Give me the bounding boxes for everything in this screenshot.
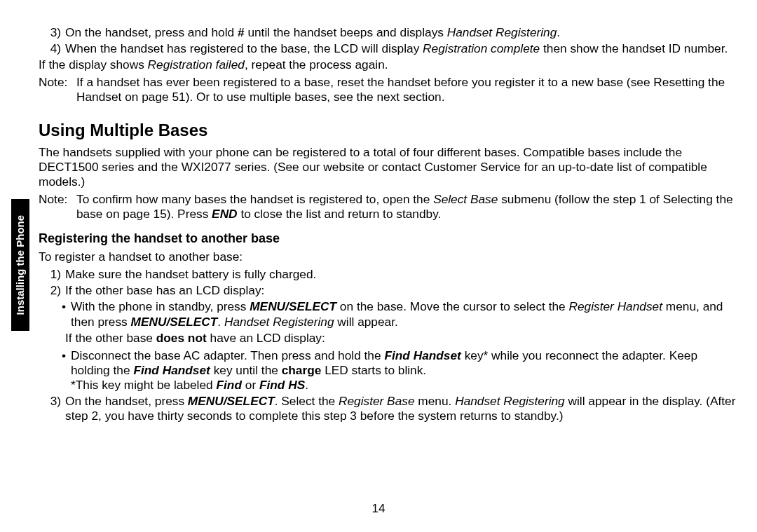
step-2-bullet-lcd: • With the phone in standby, press MENU/…: [39, 299, 736, 329]
list-marker: 3): [39, 394, 65, 423]
step-2-bullet-no-lcd: • Disconnect the base AC adapter. Then p…: [39, 348, 736, 393]
list-text: On the handset, press MENU/SELECT. Selec…: [65, 394, 736, 423]
text-fragment: or: [242, 378, 259, 392]
list-marker: 1): [39, 267, 65, 282]
page-number: 14: [0, 502, 757, 517]
step-1: 1) Make sure the handset battery is full…: [39, 267, 736, 282]
note-text: To confirm how many bases the handset is…: [76, 192, 736, 221]
handset-registering-label: Handset Registering: [455, 394, 565, 408]
manual-page: Installing the Phone 3) On the handset, …: [0, 0, 757, 532]
text-fragment: On the handset, press: [65, 394, 188, 408]
list-item-3: 3) On the handset, press and hold # unti…: [39, 25, 736, 40]
text-fragment: menu.: [415, 394, 456, 408]
register-handset-menu: Register Handset: [568, 299, 662, 313]
text-fragment: With the phone in standby, press: [71, 299, 250, 313]
list-text: On the handset, press and hold # until t…: [65, 25, 736, 40]
text-fragment: then show the handset ID number.: [540, 41, 728, 55]
register-base-menu: Register Base: [339, 394, 415, 408]
registration-failed-line: If the display shows Registration failed…: [39, 57, 736, 72]
bullet-text: With the phone in standby, press MENU/SE…: [71, 299, 736, 329]
subsection-title-register-another-base: Registering the handset to another base: [39, 231, 736, 247]
text-fragment: have an LCD display:: [207, 331, 325, 345]
list-marker: 2): [39, 283, 65, 298]
list-text: If the other base has an LCD display:: [65, 283, 736, 298]
side-tab-label: Installing the Phone: [14, 215, 27, 315]
text-fragment: On the handset, press and hold: [65, 25, 238, 39]
note-label: Note:: [39, 192, 76, 221]
select-base-label: Select Base: [433, 192, 498, 206]
menu-select-key: MENU/SELECT: [131, 315, 218, 329]
register-steps-list: 1) Make sure the handset battery is full…: [39, 267, 736, 423]
text-fragment: , repeat the process again.: [245, 57, 388, 71]
text-fragment: Disconnect the base AC adapter. Then pre…: [71, 348, 384, 362]
note-label: Note:: [39, 75, 76, 104]
step-2: 2) If the other base has an LCD display:: [39, 283, 736, 298]
text-fragment: key until the: [210, 363, 282, 377]
registration-complete-label: Registration complete: [423, 41, 540, 55]
text-fragment: .: [217, 315, 224, 329]
section-title-multiple-bases: Using Multiple Bases: [39, 120, 736, 140]
text-fragment: .: [557, 25, 560, 39]
handset-registering-label: Handset Registering: [224, 315, 334, 329]
step-3: 3) On the handset, press MENU/SELECT. Se…: [39, 394, 736, 423]
list-text: Make sure the handset battery is fully c…: [65, 267, 736, 282]
registration-failed-label: Registration failed: [148, 57, 245, 71]
no-lcd-line: If the other base does not have an LCD d…: [65, 331, 736, 346]
bullet-marker: •: [39, 299, 71, 329]
side-tab: Installing the Phone: [11, 199, 29, 331]
note-confirm-bases: Note: To confirm how many bases the hand…: [39, 192, 736, 221]
note-reset-handset: Note: If a handset has ever been registe…: [39, 75, 736, 104]
intro-register-another: To register a handset to another base:: [39, 250, 736, 264]
text-fragment: will appear.: [334, 315, 398, 329]
text-fragment: LED starts to blink.: [321, 363, 426, 377]
does-not-emphasis: does not: [156, 331, 207, 345]
find-hs-key-alt: Find HS: [259, 378, 305, 392]
note-text: If a handset has ever been registered to…: [76, 75, 736, 104]
end-key: END: [212, 207, 238, 221]
section-body: The handsets supplied with your phone ca…: [39, 145, 736, 189]
find-handset-key: Find Handset: [133, 363, 210, 377]
text-fragment: If the other base: [65, 331, 156, 345]
charge-led: charge: [282, 363, 322, 377]
text-fragment: When the handset has registered to the b…: [65, 41, 423, 55]
bullet-text: Disconnect the base AC adapter. Then pre…: [71, 348, 736, 393]
find-key-alt: Find: [217, 378, 242, 392]
text-fragment: . Select the: [275, 394, 339, 408]
list-text: When the handset has registered to the b…: [65, 41, 736, 56]
text-fragment: If the display shows: [39, 57, 148, 71]
top-ordered-list: 3) On the handset, press and hold # unti…: [39, 25, 736, 56]
text-fragment: to close the list and return to standby.: [238, 207, 442, 221]
text-fragment: *This key might be labeled: [71, 378, 217, 392]
menu-select-key: MENU/SELECT: [188, 394, 275, 408]
text-fragment: To confirm how many bases the handset is…: [76, 192, 433, 206]
list-marker: 3): [39, 25, 65, 40]
key-hash: #: [238, 25, 245, 39]
menu-select-key: MENU/SELECT: [250, 299, 336, 313]
text-fragment: until the handset beeps and displays: [245, 25, 447, 39]
text-fragment: .: [305, 378, 308, 392]
list-item-4: 4) When the handset has registered to th…: [39, 41, 736, 56]
bullet-marker: •: [39, 348, 71, 393]
find-handset-key: Find Handset: [384, 348, 461, 362]
text-fragment: on the base. Move the cursor to select t…: [336, 299, 568, 313]
handset-registering-label: Handset Registering: [447, 25, 557, 39]
list-marker: 4): [39, 41, 65, 56]
